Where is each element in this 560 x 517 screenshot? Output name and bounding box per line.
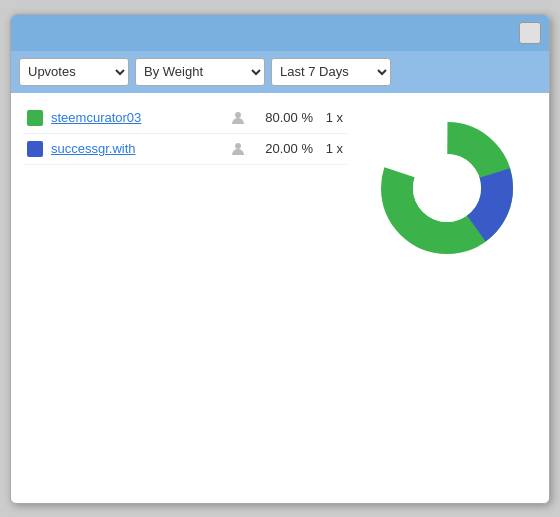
main-window: UpvotesDownvotes By WeightBy Count Last … (10, 14, 550, 504)
svg-point-0 (235, 112, 241, 118)
row-color-indicator (27, 110, 43, 126)
content-area: steemcurator03 80.00 %1 xsuccessgr.with … (11, 93, 549, 273)
upvotes-select[interactable]: UpvotesDownvotes (19, 58, 129, 86)
vote-count: 1 x (313, 110, 343, 125)
table-row: successgr.with 20.00 %1 x (23, 134, 347, 165)
toolbar: UpvotesDownvotes By WeightBy Count Last … (11, 51, 549, 93)
vote-percent: 80.00 % (253, 110, 313, 125)
votes-table: steemcurator03 80.00 %1 xsuccessgr.with … (23, 103, 347, 263)
person-icon (229, 109, 247, 127)
voter-name[interactable]: successgr.with (51, 141, 229, 156)
vote-percent: 20.00 % (253, 141, 313, 156)
donut-hole (413, 154, 481, 222)
chart-section (357, 103, 537, 263)
days-select[interactable]: Last 7 DaysLast 30 DaysAll Time (271, 58, 391, 86)
byweight-select[interactable]: By WeightBy Count (135, 58, 265, 86)
person-icon (229, 140, 247, 158)
svg-point-1 (235, 143, 241, 149)
table-row: steemcurator03 80.00 %1 x (23, 103, 347, 134)
row-color-indicator (27, 141, 43, 157)
close-button[interactable] (519, 22, 541, 44)
voter-name[interactable]: steemcurator03 (51, 110, 229, 125)
vote-count: 1 x (313, 141, 343, 156)
title-bar (11, 15, 549, 51)
donut-chart (372, 113, 522, 263)
